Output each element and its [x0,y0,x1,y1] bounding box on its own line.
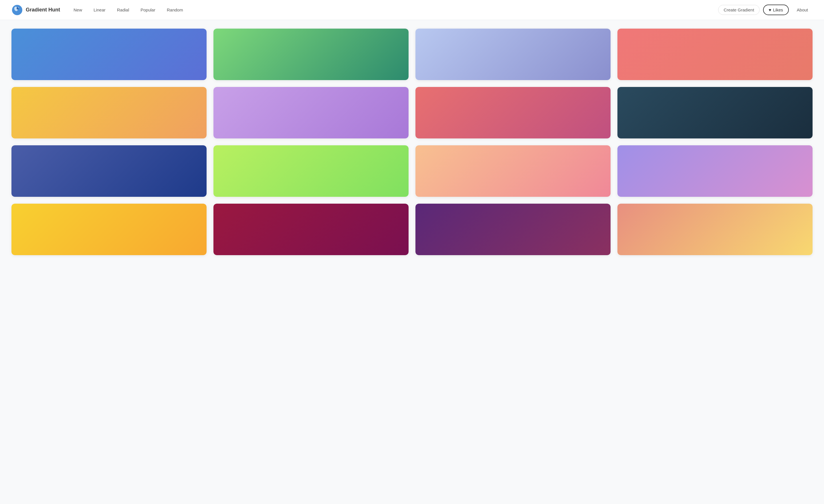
gradient-card[interactable] [617,145,813,197]
gradient-preview [213,204,409,255]
nav-popular[interactable]: Popular [136,5,160,14]
svg-point-3 [18,7,19,8]
gradient-preview [213,29,409,80]
nav-linear[interactable]: Linear [89,5,110,14]
gradient-card[interactable] [11,145,207,197]
gradient-card[interactable] [415,29,611,80]
gradient-card[interactable] [213,204,409,255]
gradient-grid [11,29,813,255]
gradient-preview [11,29,207,80]
gradient-preview [415,87,611,138]
likes-label: Likes [773,7,783,12]
gradient-card[interactable] [11,87,207,138]
gradient-preview [213,87,409,138]
main-nav: New Linear Radial Popular Random [69,5,718,14]
gradient-card[interactable] [617,87,813,138]
gradient-card[interactable] [11,29,207,80]
gradient-preview [617,204,813,255]
about-link[interactable]: About [792,6,813,14]
heart-icon: ♥ [769,7,771,12]
gradient-preview [617,29,813,80]
gradient-preview [213,145,409,197]
create-gradient-button[interactable]: Create Gradient [718,5,760,15]
gradient-preview [11,204,207,255]
nav-random[interactable]: Random [162,5,188,14]
gradient-card[interactable] [617,29,813,80]
gradient-preview [415,204,611,255]
gradient-card[interactable] [415,145,611,197]
gradient-card[interactable] [213,29,409,80]
nav-radial[interactable]: Radial [112,5,134,14]
gradient-card[interactable] [415,87,611,138]
gradient-card[interactable] [11,204,207,255]
main-header: Gradient Hunt New Linear Radial Popular … [0,0,824,20]
gradient-preview [415,29,611,80]
logo-text: Gradient Hunt [26,7,60,13]
logo[interactable]: Gradient Hunt [11,4,60,16]
gradient-preview [11,145,207,197]
gradient-preview [617,145,813,197]
gradient-preview [11,87,207,138]
nav-new[interactable]: New [69,5,87,14]
gradient-preview [617,87,813,138]
header-actions: Create Gradient ♥ Likes About [718,5,813,15]
gradient-card[interactable] [213,145,409,197]
gradient-preview [415,145,611,197]
gradient-card[interactable] [213,87,409,138]
main-content [0,20,824,264]
gradient-card[interactable] [617,204,813,255]
gradient-card[interactable] [415,204,611,255]
logo-icon [11,4,23,16]
likes-button[interactable]: ♥ Likes [763,5,789,15]
